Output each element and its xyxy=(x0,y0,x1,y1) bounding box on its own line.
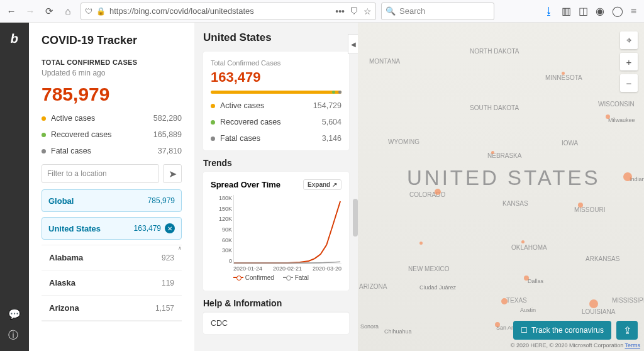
sidebar-icon[interactable]: ◫ xyxy=(579,5,588,17)
map-city-label: Ciudad Juárez xyxy=(419,284,456,291)
y-axis-labels: 180K150K120K90K60K30K0 xyxy=(211,195,232,264)
state-list: Alabama923 Alaska119 Arizona1,157 ∧ xyxy=(42,245,182,321)
back-button[interactable]: ← xyxy=(3,3,20,20)
map-state-label: NEW MEXICO xyxy=(408,265,450,272)
stat-fatal: Fatal cases37,810 xyxy=(42,147,182,155)
extension-icon[interactable]: ◉ xyxy=(596,5,604,17)
dot-icon xyxy=(42,149,46,153)
chip-united-states[interactable]: United States 163,479 ✕ xyxy=(42,217,182,240)
track-coronavirus-button[interactable]: ☐Track the coronavirus xyxy=(513,321,611,340)
collapse-handle[interactable]: ◀ xyxy=(348,34,358,54)
lock-icon: 🔒 xyxy=(96,7,106,16)
locate-button[interactable]: ⌖ xyxy=(620,31,638,49)
stat-recovered: Recovered cases165,889 xyxy=(42,130,182,139)
help-heading: Help & Information xyxy=(203,298,349,308)
trends-card: Spread Over Time Expand ↗ 180K150K120K90… xyxy=(203,172,349,291)
map-data-point xyxy=(606,114,610,119)
reload-button[interactable]: ⟳ xyxy=(40,3,58,20)
locate-button[interactable]: ➤ xyxy=(163,164,182,183)
confirmed-card: Total Confirmed Cases 163,479 Active cas… xyxy=(203,52,349,150)
map-data-point xyxy=(521,240,525,243)
state-list-scrollbar[interactable]: ∧ xyxy=(176,245,184,321)
map-data-point xyxy=(589,299,598,308)
forward-button[interactable]: → xyxy=(21,3,39,20)
app-rail: b 💬 ⓘ xyxy=(0,23,29,351)
close-icon[interactable]: ✕ xyxy=(165,223,175,233)
terms-link[interactable]: Terms xyxy=(625,342,641,348)
map-data-point xyxy=(435,189,441,195)
chip-global[interactable]: Global 785,979 xyxy=(42,189,182,212)
map-data-point xyxy=(623,172,632,181)
map-state-label: IOWA xyxy=(562,140,578,147)
chart-title: Spread Over Time xyxy=(211,180,280,189)
info-icon[interactable]: ⓘ xyxy=(8,329,21,342)
url-bar[interactable]: 🛡 🔒 https://bing.com/covid/local/uniteds… xyxy=(80,3,376,20)
zoom-in-button[interactable]: + xyxy=(620,53,638,70)
map-city-label: Sonora xyxy=(360,323,379,330)
map-state-label: WISCONSIN xyxy=(598,101,635,108)
x-axis-labels: 2020-01-242020-02-212020-03-20 xyxy=(233,265,341,272)
page: b 💬 ⓘ COVID-19 Tracker TOTAL CONFIRMED C… xyxy=(0,23,644,351)
bing-logo-icon[interactable]: b xyxy=(9,31,19,46)
detail-title: United States xyxy=(203,31,349,44)
dot-icon xyxy=(42,133,46,137)
confirmed-value: 163,479 xyxy=(211,69,341,86)
map[interactable]: UNITED STATES MONTANA NORTH DAKOTA MINNE… xyxy=(358,23,644,351)
map-data-point xyxy=(501,298,508,304)
map-state-label: OKLAHOMA xyxy=(511,244,547,251)
browser-search[interactable]: 🔍 Search xyxy=(381,3,494,20)
page-actions-icon[interactable]: ••• xyxy=(335,6,345,16)
share-button[interactable]: ⇪ xyxy=(616,321,638,340)
detail-panel: ◀ United States Total Confirmed Cases 16… xyxy=(194,23,358,351)
updated-text: Updated 6 min ago xyxy=(42,69,182,77)
state-row[interactable]: Alabama923 xyxy=(42,245,182,270)
detail-stat-fatal: Fatal cases3,146 xyxy=(211,134,341,143)
home-button[interactable]: ⌂ xyxy=(59,3,77,20)
confirmed-label: Total Confirmed Cases xyxy=(211,59,341,67)
filter-input[interactable]: Filter to a location xyxy=(42,164,159,183)
spread-chart: 180K150K120K90K60K30K0 2020-01-242020-02… xyxy=(211,195,341,283)
menu-icon[interactable]: ≡ xyxy=(631,6,636,17)
shield-icon: 🛡 xyxy=(85,7,92,16)
map-state-label: ARKANSAS xyxy=(586,255,619,262)
detail-stat-active: Active cases154,729 xyxy=(211,101,341,110)
total-label: TOTAL CONFIRMED CASES xyxy=(42,58,182,66)
expand-button[interactable]: Expand ↗ xyxy=(303,179,341,190)
downloads-icon[interactable]: ⭳ xyxy=(544,6,554,17)
toolbar-right: ⭳ ▥ ◫ ◉ ◯ ≡ xyxy=(539,5,641,17)
tracker-panel: COVID-19 Tracker TOTAL CONFIRMED CASES U… xyxy=(29,23,194,351)
state-row[interactable]: Arizona1,157 xyxy=(42,296,182,321)
detail-scrollbar[interactable] xyxy=(353,199,358,237)
bookmark-star-icon[interactable]: ☆ xyxy=(364,6,372,16)
map-state-label: MISSISSIPPI xyxy=(612,297,644,304)
map-city-label: Chihuahua xyxy=(384,328,412,335)
help-link-cdc[interactable]: CDC xyxy=(203,312,349,334)
location-arrow-icon: ➤ xyxy=(169,168,177,180)
map-state-label: WYOMING xyxy=(388,138,419,145)
account-icon[interactable]: ◯ xyxy=(612,5,623,17)
reader-icon[interactable]: ⛉ xyxy=(350,6,358,16)
map-state-label: MONTANA xyxy=(369,58,400,65)
plot-area xyxy=(233,195,341,264)
map-city-label: Milwaukee xyxy=(608,117,635,123)
chat-icon[interactable]: 💬 xyxy=(8,308,21,320)
browser-toolbar: ← → ⟳ ⌂ 🛡 🔒 https://bing.com/covid/local… xyxy=(0,0,644,23)
search-icon: 🔍 xyxy=(386,6,396,16)
state-row[interactable]: Alaska119 xyxy=(42,270,182,296)
map-state-label: TEXAS xyxy=(506,297,527,304)
phone-icon: ☐ xyxy=(521,326,528,335)
map-state-label: SOUTH DAKOTA xyxy=(470,104,519,111)
map-country-label: UNITED STATES xyxy=(407,166,600,190)
search-placeholder: Search xyxy=(399,6,425,16)
map-city-label: Dallas xyxy=(528,278,543,284)
zoom-out-button[interactable]: − xyxy=(620,74,638,92)
library-icon[interactable]: ▥ xyxy=(562,5,571,17)
tracker-title: COVID-19 Tracker xyxy=(42,34,182,47)
stat-active: Active cases582,280 xyxy=(42,114,182,123)
proportion-bar xyxy=(211,91,341,94)
map-state-label: KANSAS xyxy=(502,200,528,207)
map-city-label: Austin xyxy=(520,307,536,313)
map-state-label: NORTH DAKOTA xyxy=(470,48,519,55)
map-data-point xyxy=(562,72,565,75)
map-state-label: MINNESOTA xyxy=(545,74,582,81)
